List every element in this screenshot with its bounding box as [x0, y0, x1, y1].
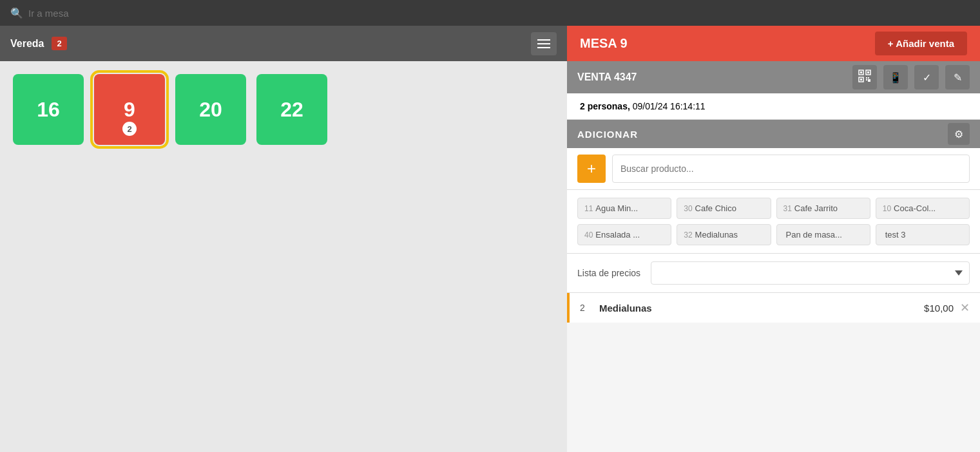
- phone-button[interactable]: 📱: [883, 65, 908, 89]
- venta-bar: VENTA 4347: [567, 61, 980, 93]
- svg-rect-1: [860, 71, 862, 73]
- svg-rect-5: [860, 79, 862, 80]
- edit-icon: ✎: [954, 71, 962, 84]
- price-list-row: Lista de precios: [567, 254, 980, 293]
- product-cafe-jarrito[interactable]: 31 Cafe Jarrito: [776, 198, 870, 219]
- add-product-button[interactable]: +: [577, 155, 606, 183]
- product-ensalada[interactable]: 40 Ensalada ...: [577, 224, 671, 245]
- product-name: Pan de masa...: [786, 230, 842, 240]
- product-coca-cola[interactable]: 10 Coca-Col...: [876, 198, 970, 219]
- checklist-button[interactable]: ✓: [914, 65, 939, 89]
- right-header: MESA 9 + Añadir venta: [567, 26, 980, 61]
- product-pan-de-masa[interactable]: Pan de masa...: [776, 224, 870, 245]
- datetime-label: 09/01/24 16:14:11: [633, 101, 706, 111]
- order-item-name: Medialunas: [599, 303, 918, 314]
- adicionar-title: ADICIONAR: [577, 129, 948, 140]
- area-badge: 2: [52, 37, 66, 50]
- table-number: 20: [199, 98, 222, 122]
- gear-icon: ⚙: [954, 129, 963, 140]
- tables-area: 16 9 2 20 22: [0, 61, 567, 452]
- venta-title: VENTA 4347: [577, 71, 846, 83]
- left-header: Vereda 2: [0, 26, 567, 61]
- price-list-label: Lista de precios: [577, 268, 640, 278]
- qr-icon: [858, 70, 871, 85]
- menu-line-1: [537, 39, 550, 41]
- order-item-price: $10,00: [924, 303, 954, 314]
- area-label: Vereda: [10, 38, 44, 50]
- right-panel: MESA 9 + Añadir venta VENTA 4347: [567, 26, 980, 452]
- info-bar: 2 personas, 09/01/24 16:14:11: [567, 93, 980, 120]
- search-input[interactable]: [28, 8, 970, 19]
- product-name: Cafe Chico: [695, 203, 736, 213]
- search-icon: 🔍: [10, 7, 23, 19]
- menu-line-3: [537, 47, 550, 48]
- order-item-row: 2 Medialunas $10,00 ✕: [567, 293, 980, 323]
- table-number: 16: [37, 98, 60, 122]
- product-num: 40: [584, 231, 593, 240]
- products-grid: 11 Agua Min... 30 Cafe Chico 31 Cafe Jar…: [567, 190, 980, 254]
- menu-button[interactable]: [531, 32, 557, 55]
- qr-button[interactable]: [852, 65, 877, 89]
- product-name: Ensalada ...: [595, 230, 640, 240]
- product-name: Agua Min...: [595, 203, 638, 213]
- product-cafe-chico[interactable]: 30 Cafe Chico: [677, 198, 771, 219]
- svg-rect-8: [866, 79, 867, 80]
- table-9[interactable]: 9 2: [94, 74, 165, 145]
- order-item-delete-button[interactable]: ✕: [960, 301, 970, 315]
- main-content: Vereda 2 16 9 2 20 22: [0, 26, 980, 452]
- product-num: 10: [883, 204, 891, 213]
- menu-line-2: [537, 43, 550, 44]
- svg-rect-3: [867, 71, 869, 73]
- phone-icon: 📱: [889, 71, 902, 84]
- product-name: Coca-Col...: [894, 203, 936, 213]
- svg-rect-6: [866, 77, 867, 79]
- edit-button[interactable]: ✎: [945, 65, 970, 89]
- checklist-icon: ✓: [923, 71, 931, 84]
- svg-rect-9: [868, 79, 870, 82]
- product-name: test 3: [885, 230, 906, 240]
- mesa-title: MESA 9: [580, 36, 875, 51]
- svg-rect-7: [868, 77, 869, 79]
- product-test3[interactable]: test 3: [876, 224, 970, 245]
- product-num: 31: [783, 204, 792, 213]
- product-agua[interactable]: 11 Agua Min...: [577, 198, 671, 219]
- table-number: 22: [280, 98, 303, 122]
- price-list-select[interactable]: [651, 261, 970, 285]
- adicionar-section: ADICIONAR ⚙: [567, 120, 980, 148]
- table-badge: 2: [122, 122, 137, 136]
- table-number: 9: [124, 98, 135, 122]
- product-name: Cafe Jarrito: [794, 203, 838, 213]
- order-item-qty: 2: [580, 303, 593, 313]
- table-22[interactable]: 22: [256, 74, 327, 145]
- product-num: 30: [684, 204, 692, 213]
- product-num: 32: [684, 231, 692, 240]
- search-row: +: [567, 148, 980, 190]
- top-search-bar: 🔍: [0, 0, 980, 26]
- personas-label: 2 personas,: [580, 101, 630, 111]
- add-sale-button[interactable]: + Añadir venta: [875, 32, 967, 55]
- product-medialunas[interactable]: 32 Medialunas: [677, 224, 771, 245]
- table-20[interactable]: 20: [175, 74, 246, 145]
- product-num: 11: [584, 204, 593, 213]
- product-name: Medialunas: [695, 230, 738, 240]
- left-panel: Vereda 2 16 9 2 20 22: [0, 26, 567, 452]
- table-16[interactable]: 16: [13, 74, 84, 145]
- settings-button[interactable]: ⚙: [948, 123, 970, 145]
- product-search-input[interactable]: [612, 155, 970, 183]
